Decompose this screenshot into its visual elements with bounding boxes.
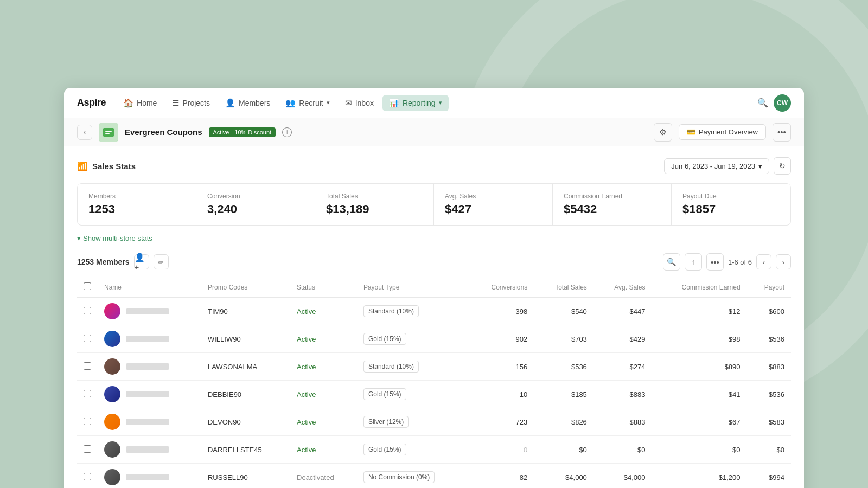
payout-type-cell: Silver (12%) (357, 408, 469, 436)
sub-nav: ‹ Evergreen Coupons Active - 10% Discoun… (64, 118, 804, 146)
member-avatar (104, 414, 120, 430)
commission-cell: $1,200 (652, 464, 746, 489)
member-name-blurred (126, 308, 169, 314)
avg-sales-cell: $883 (593, 381, 652, 408)
row-checkbox[interactable] (84, 418, 91, 425)
stat-label: Avg. Sales (445, 192, 541, 200)
member-name-cell (98, 381, 201, 408)
member-name-cell (98, 325, 201, 353)
payout-type-badge: Standard (10%) (363, 361, 419, 373)
status-badge: Active (297, 418, 316, 426)
stat-value: $5432 (564, 202, 660, 216)
nav-item-home[interactable]: 🏠 Home (117, 95, 163, 111)
table-header-row: Name Promo Codes Status Payout Type Conv… (77, 277, 791, 298)
table-head: Name Promo Codes Status Payout Type Conv… (77, 277, 791, 298)
date-range-chevron-icon: ▾ (758, 162, 762, 170)
info-icon[interactable]: i (282, 127, 292, 137)
edit-members-icon[interactable]: ✏ (154, 254, 169, 269)
row-checkbox[interactable] (84, 335, 91, 342)
stat-item-conversion: Conversion3,240 (196, 184, 315, 225)
payout-type-cell: Gold (15%) (357, 381, 469, 408)
status-badge: Deactivated (297, 473, 334, 481)
payout-type-cell: Standard (10%) (357, 298, 469, 325)
stat-label: Payout Due (682, 192, 780, 200)
chevron-down-icon: ▾ (77, 234, 81, 242)
table-search-icon[interactable]: 🔍 (663, 253, 680, 271)
settings-icon[interactable]: ⚙ (654, 123, 672, 142)
row-checkbox-cell (77, 436, 98, 464)
total-sales-cell: $185 (534, 381, 593, 408)
main-content: 📶 Sales Stats Jun 6, 2023 - Jun 19, 2023… (64, 146, 804, 488)
table-more-icon[interactable]: ••• (706, 253, 724, 271)
member-name-blurred (126, 474, 169, 480)
nav-item-recruit[interactable]: 👥 Recruit ▾ (279, 95, 336, 111)
more-options-icon[interactable]: ••• (773, 123, 791, 142)
global-search-icon[interactable]: 🔍 (754, 94, 771, 112)
stat-value: $427 (445, 202, 541, 216)
nav-item-members[interactable]: 👤 Members (219, 95, 277, 111)
row-checkbox[interactable] (84, 307, 91, 314)
row-checkbox-cell (77, 381, 98, 408)
conversions-cell: 82 (469, 464, 534, 489)
row-checkbox[interactable] (84, 445, 91, 453)
row-checkbox-cell (77, 408, 98, 436)
commission-cell: $890 (652, 353, 746, 381)
payout-type-cell: Gold (15%) (357, 325, 469, 353)
back-button[interactable]: ‹ (77, 125, 92, 140)
nav-item-reporting[interactable]: 📊 Reporting ▾ (382, 95, 449, 111)
table-row: WILLIW90 Active Gold (15%) 902 $703 $429… (77, 325, 791, 353)
avg-sales-cell: $0 (593, 436, 652, 464)
nav-item-projects[interactable]: ☰ Projects (165, 95, 216, 111)
pagination-next-button[interactable]: › (776, 254, 791, 269)
table-row: TIM90 Active Standard (10%) 398 $540 $44… (77, 298, 791, 325)
commission-cell: $0 (652, 436, 746, 464)
stat-item-avg.-sales: Avg. Sales$427 (434, 184, 553, 225)
show-multi-store-toggle[interactable]: ▾ Show multi-store stats (77, 234, 791, 242)
campaign-name: Evergreen Coupons (125, 127, 202, 137)
table-share-icon[interactable]: ↑ (685, 253, 702, 271)
member-avatar (104, 303, 120, 319)
member-avatar (104, 331, 120, 347)
user-avatar[interactable]: CW (774, 94, 791, 112)
member-name-cell (98, 436, 201, 464)
col-header-total-sales: Total Sales (534, 277, 593, 298)
total-sales-cell: $0 (534, 436, 593, 464)
svg-rect-2 (105, 131, 112, 132)
commission-cell: $67 (652, 408, 746, 436)
select-all-checkbox[interactable] (84, 282, 91, 290)
reporting-icon: 📊 (389, 98, 399, 108)
table-row: DARRELLSTE45 Active Gold (15%) 0 $0 $0 $… (77, 436, 791, 464)
status-badge: Active (297, 307, 316, 316)
status-cell: Active (290, 325, 357, 353)
inbox-icon: ✉ (345, 98, 352, 108)
reporting-chevron-icon: ▾ (439, 99, 442, 106)
member-name-cell (98, 298, 201, 325)
nav-label-reporting: Reporting (403, 99, 436, 107)
col-header-conversions: Conversions (469, 277, 534, 298)
member-name-cell (98, 408, 201, 436)
member-name-blurred (126, 336, 169, 342)
avg-sales-cell: $4,000 (593, 464, 652, 489)
refresh-icon[interactable]: ↻ (774, 157, 791, 175)
col-header-payout: Payout (747, 277, 791, 298)
row-checkbox[interactable] (84, 362, 91, 370)
select-all-checkbox-cell (77, 277, 98, 298)
payout-type-cell: Gold (15%) (357, 436, 469, 464)
pagination-prev-button[interactable]: ‹ (756, 254, 771, 269)
total-sales-cell: $4,000 (534, 464, 593, 489)
payment-overview-icon: 💳 (687, 128, 695, 136)
table-body: TIM90 Active Standard (10%) 398 $540 $44… (77, 298, 791, 489)
status-cell: Active (290, 408, 357, 436)
member-name-blurred (126, 363, 169, 370)
add-member-icon[interactable]: 👤+ (134, 254, 149, 269)
row-checkbox[interactable] (84, 473, 91, 480)
row-checkbox[interactable] (84, 390, 91, 397)
payment-overview-button[interactable]: 💳 Payment Overview (679, 124, 766, 140)
commission-cell: $41 (652, 381, 746, 408)
date-range-selector[interactable]: Jun 6, 2023 - Jun 19, 2023 ▾ (664, 158, 769, 174)
payout-type-badge: Gold (15%) (363, 444, 406, 455)
campaign-status-badge: Active - 10% Discount (209, 127, 276, 137)
member-avatar (104, 358, 120, 375)
nav-item-inbox[interactable]: ✉ Inbox (339, 95, 380, 111)
promo-code-cell: RUSSELL90 (201, 464, 290, 489)
